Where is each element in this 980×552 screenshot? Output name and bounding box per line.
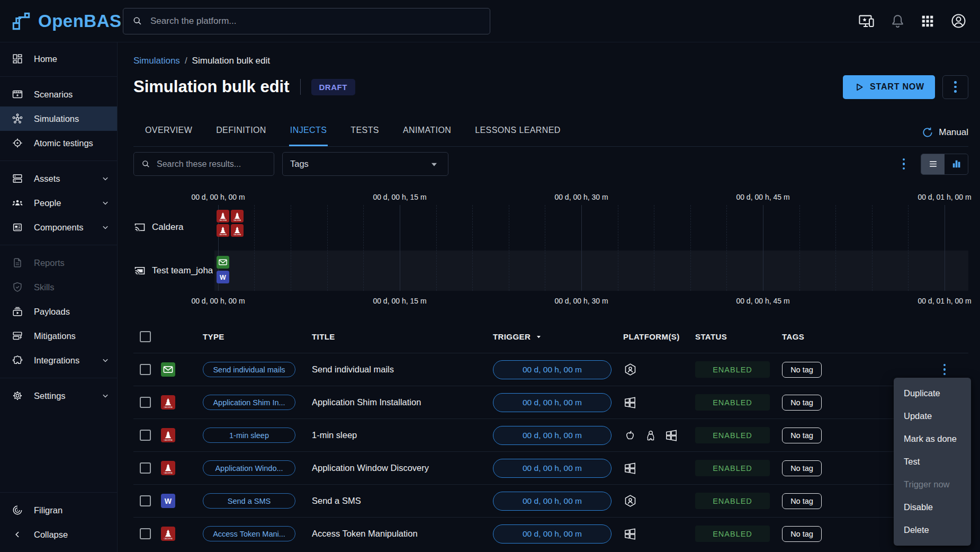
sidebar-item-filigran[interactable]: Filigran: [0, 498, 117, 522]
apps-icon[interactable]: [920, 14, 935, 29]
menu-item-test[interactable]: Test: [894, 450, 971, 473]
openbas-app: OpenBAS Home Scenarios Simulations: [0, 0, 980, 552]
table-row[interactable]: Application Shim In... Application Shim …: [133, 386, 968, 419]
simulation-kebab-button[interactable]: [942, 75, 968, 99]
table-row[interactable]: Access Token Mani... Access Token Manipu…: [133, 517, 968, 550]
caldera-type-icon: [161, 527, 175, 541]
row-checkbox[interactable]: [140, 430, 151, 441]
row-kebab-button[interactable]: [943, 364, 946, 376]
timeline-gridline-minor: [618, 205, 618, 291]
trigger-chip[interactable]: 00 d, 00 h, 00 m: [493, 459, 612, 478]
filter-bar: Tags: [133, 152, 968, 176]
chevron-down-icon: [100, 222, 111, 233]
tab-animation[interactable]: ANIMATION: [402, 126, 452, 146]
table-row[interactable]: Send individual mails Send individual ma…: [133, 353, 968, 386]
caldera-type-icon: [161, 461, 175, 475]
injects-table: TYPE TITLE TRIGGER PLATFORM(S) STATUS TA…: [133, 320, 968, 550]
row-checkbox[interactable]: [140, 364, 151, 375]
breadcrumb: Simulations / Simulation bulk edit: [133, 56, 968, 66]
column-tags: TAGS: [782, 332, 840, 341]
row-checkbox[interactable]: [140, 528, 151, 539]
timeline-gridline-minor: [545, 205, 545, 291]
platforms-cell: [623, 527, 695, 541]
sidebar-item-simulations[interactable]: Simulations: [0, 106, 117, 131]
column-trigger[interactable]: TRIGGER: [493, 332, 623, 341]
tab-lessons-learned[interactable]: LESSONS LEARNED: [474, 126, 562, 146]
caldera-inject-icon[interactable]: [231, 224, 244, 237]
inject-type-chip[interactable]: Send individual mails: [203, 362, 295, 377]
inject-type-chip[interactable]: 1-min sleep: [203, 428, 295, 443]
platform-search[interactable]: [123, 8, 490, 34]
table-row[interactable]: Application Windo... Application Window …: [133, 451, 968, 484]
distribution-view-button[interactable]: [945, 154, 968, 174]
sidebar-item-scenarios[interactable]: Scenarios: [0, 82, 117, 106]
table-row[interactable]: 1-min sleep 1-min sleep 00 d, 00 h, 00 m…: [133, 419, 968, 451]
notifications-icon[interactable]: [890, 13, 905, 29]
trigger-chip[interactable]: 00 d, 00 h, 00 m: [493, 524, 612, 544]
trigger-chip[interactable]: 00 d, 00 h, 00 m: [493, 492, 612, 511]
inject-type-chip[interactable]: Access Token Mani...: [203, 526, 295, 541]
update-mode-control[interactable]: Manual: [921, 126, 968, 146]
sidebar-item-integrations[interactable]: Integrations: [0, 348, 117, 372]
breadcrumb-simulations-link[interactable]: Simulations: [133, 56, 180, 66]
email-inject-icon[interactable]: [217, 256, 229, 269]
document-icon: [12, 257, 23, 269]
results-search-input[interactable]: [157, 159, 267, 169]
sidebar-collapse-button[interactable]: Collapse: [0, 522, 117, 547]
storage-icon: [12, 173, 23, 184]
inject-type-chip[interactable]: Application Windo...: [203, 460, 295, 476]
caldera-inject-icon[interactable]: [217, 210, 229, 222]
sidebar-item-atomic-testings[interactable]: Atomic testings: [0, 131, 117, 155]
timeline-gridline-minor: [872, 205, 873, 291]
caldera-inject-icon[interactable]: [231, 210, 244, 222]
sidebar-item-home[interactable]: Home: [0, 47, 117, 71]
sidebar: Home Scenarios Simulations Atomic testin…: [0, 42, 118, 552]
start-now-button[interactable]: START NOW: [843, 75, 935, 99]
sidebar-item-payloads[interactable]: Payloads: [0, 299, 117, 324]
caldera-inject-icon[interactable]: [217, 224, 229, 237]
select-all-checkbox[interactable]: [140, 331, 151, 342]
status-badge: ENABLED: [695, 427, 770, 443]
devices-icon[interactable]: [858, 12, 875, 30]
internal-platform-icon: [623, 494, 637, 508]
filter-kebab-button[interactable]: [903, 158, 905, 170]
sidebar-item-mitigations[interactable]: Mitigations: [0, 324, 117, 348]
menu-item-update[interactable]: Update: [894, 405, 971, 428]
menu-item-delete[interactable]: Delete: [894, 519, 971, 541]
sidebar-item-assets[interactable]: Assets: [0, 166, 117, 191]
sidebar-item-label: Payloads: [34, 307, 111, 317]
menu-item-disable[interactable]: Disable: [894, 496, 971, 519]
row-checkbox[interactable]: [140, 495, 151, 506]
sidebar-item-people[interactable]: People: [0, 191, 117, 215]
list-view-button[interactable]: [921, 154, 945, 174]
sidebar-item-settings[interactable]: Settings: [0, 384, 117, 408]
title-row: Simulation bulk edit DRAFT START NOW: [133, 75, 968, 99]
tab-definition[interactable]: DEFINITION: [215, 126, 267, 146]
subscriptions-icon: [12, 306, 23, 317]
inject-type-chip[interactable]: Application Shim In...: [203, 395, 295, 410]
platform-search-input[interactable]: [150, 16, 481, 26]
results-search[interactable]: [133, 152, 274, 176]
inject-type-chip[interactable]: Send a SMS: [203, 493, 295, 509]
trigger-chip[interactable]: 00 d, 00 h, 00 m: [493, 426, 612, 445]
tag-chip: No tag: [782, 526, 822, 542]
menu-item-mark-as-done[interactable]: Mark as done: [894, 428, 971, 450]
row-checkbox[interactable]: [140, 462, 151, 474]
sms-inject-icon[interactable]: [217, 271, 229, 283]
account-icon[interactable]: [950, 12, 967, 30]
sidebar-item-components[interactable]: Components: [0, 215, 117, 239]
tags-filter-select[interactable]: Tags: [282, 152, 448, 176]
windows-platform-icon: [664, 429, 678, 442]
tags-filter-label: Tags: [290, 159, 309, 169]
row-checkbox[interactable]: [140, 397, 151, 408]
tab-overview[interactable]: OVERVIEW: [144, 126, 193, 146]
trigger-chip[interactable]: 00 d, 00 h, 00 m: [493, 360, 612, 379]
tag-chip: No tag: [782, 395, 822, 411]
tab-injects[interactable]: INJECTS: [289, 126, 328, 146]
menu-item-duplicate[interactable]: Duplicate: [894, 382, 971, 405]
table-row[interactable]: Send a SMS Send a SMS 00 d, 00 h, 00 m E…: [133, 484, 968, 517]
timeline-tick-label: 00 d, 00 h, 00 m: [191, 193, 245, 201]
trigger-chip[interactable]: 00 d, 00 h, 00 m: [493, 393, 612, 412]
openbas-logo[interactable]: OpenBAS: [10, 10, 118, 33]
tab-tests[interactable]: TESTS: [349, 126, 380, 146]
